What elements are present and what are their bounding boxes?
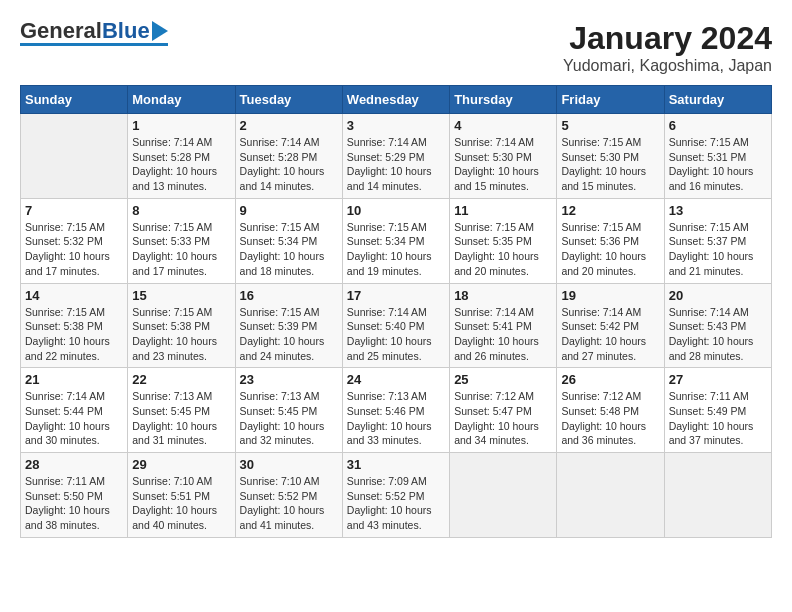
calendar-cell: 19Sunrise: 7:14 AMSunset: 5:42 PMDayligh… <box>557 283 664 368</box>
calendar-cell: 17Sunrise: 7:14 AMSunset: 5:40 PMDayligh… <box>342 283 449 368</box>
calendar-cell: 7Sunrise: 7:15 AMSunset: 5:32 PMDaylight… <box>21 198 128 283</box>
day-number: 8 <box>132 203 230 218</box>
calendar-cell: 15Sunrise: 7:15 AMSunset: 5:38 PMDayligh… <box>128 283 235 368</box>
day-number: 14 <box>25 288 123 303</box>
calendar-body: 1Sunrise: 7:14 AMSunset: 5:28 PMDaylight… <box>21 114 772 538</box>
day-info: Sunrise: 7:10 AMSunset: 5:51 PMDaylight:… <box>132 474 230 533</box>
day-info: Sunrise: 7:15 AMSunset: 5:36 PMDaylight:… <box>561 220 659 279</box>
day-info: Sunrise: 7:14 AMSunset: 5:41 PMDaylight:… <box>454 305 552 364</box>
day-number: 22 <box>132 372 230 387</box>
calendar-cell: 4Sunrise: 7:14 AMSunset: 5:30 PMDaylight… <box>450 114 557 199</box>
day-info: Sunrise: 7:15 AMSunset: 5:32 PMDaylight:… <box>25 220 123 279</box>
calendar-week-row: 14Sunrise: 7:15 AMSunset: 5:38 PMDayligh… <box>21 283 772 368</box>
day-info: Sunrise: 7:14 AMSunset: 5:28 PMDaylight:… <box>240 135 338 194</box>
calendar-cell: 1Sunrise: 7:14 AMSunset: 5:28 PMDaylight… <box>128 114 235 199</box>
weekday-header-saturday: Saturday <box>664 86 771 114</box>
day-number: 25 <box>454 372 552 387</box>
weekday-header-tuesday: Tuesday <box>235 86 342 114</box>
calendar-cell <box>450 453 557 538</box>
day-number: 1 <box>132 118 230 133</box>
day-number: 9 <box>240 203 338 218</box>
logo-arrow-icon <box>152 21 168 41</box>
day-info: Sunrise: 7:15 AMSunset: 5:33 PMDaylight:… <box>132 220 230 279</box>
day-number: 24 <box>347 372 445 387</box>
calendar-cell: 22Sunrise: 7:13 AMSunset: 5:45 PMDayligh… <box>128 368 235 453</box>
calendar-title: January 2024 <box>563 20 772 57</box>
day-info: Sunrise: 7:13 AMSunset: 5:46 PMDaylight:… <box>347 389 445 448</box>
calendar-cell: 10Sunrise: 7:15 AMSunset: 5:34 PMDayligh… <box>342 198 449 283</box>
day-info: Sunrise: 7:15 AMSunset: 5:31 PMDaylight:… <box>669 135 767 194</box>
calendar-cell: 20Sunrise: 7:14 AMSunset: 5:43 PMDayligh… <box>664 283 771 368</box>
day-number: 20 <box>669 288 767 303</box>
weekday-header-monday: Monday <box>128 86 235 114</box>
day-info: Sunrise: 7:13 AMSunset: 5:45 PMDaylight:… <box>240 389 338 448</box>
day-info: Sunrise: 7:15 AMSunset: 5:39 PMDaylight:… <box>240 305 338 364</box>
day-info: Sunrise: 7:13 AMSunset: 5:45 PMDaylight:… <box>132 389 230 448</box>
calendar-cell: 11Sunrise: 7:15 AMSunset: 5:35 PMDayligh… <box>450 198 557 283</box>
day-number: 26 <box>561 372 659 387</box>
logo-underline <box>20 43 168 46</box>
calendar-cell <box>21 114 128 199</box>
day-info: Sunrise: 7:14 AMSunset: 5:29 PMDaylight:… <box>347 135 445 194</box>
day-info: Sunrise: 7:09 AMSunset: 5:52 PMDaylight:… <box>347 474 445 533</box>
calendar-cell: 18Sunrise: 7:14 AMSunset: 5:41 PMDayligh… <box>450 283 557 368</box>
day-number: 31 <box>347 457 445 472</box>
day-info: Sunrise: 7:10 AMSunset: 5:52 PMDaylight:… <box>240 474 338 533</box>
calendar-cell: 30Sunrise: 7:10 AMSunset: 5:52 PMDayligh… <box>235 453 342 538</box>
calendar-cell: 26Sunrise: 7:12 AMSunset: 5:48 PMDayligh… <box>557 368 664 453</box>
day-number: 18 <box>454 288 552 303</box>
day-number: 11 <box>454 203 552 218</box>
day-info: Sunrise: 7:15 AMSunset: 5:34 PMDaylight:… <box>240 220 338 279</box>
calendar-cell: 2Sunrise: 7:14 AMSunset: 5:28 PMDaylight… <box>235 114 342 199</box>
calendar-cell: 14Sunrise: 7:15 AMSunset: 5:38 PMDayligh… <box>21 283 128 368</box>
day-number: 3 <box>347 118 445 133</box>
calendar-week-row: 7Sunrise: 7:15 AMSunset: 5:32 PMDaylight… <box>21 198 772 283</box>
day-info: Sunrise: 7:15 AMSunset: 5:38 PMDaylight:… <box>132 305 230 364</box>
day-info: Sunrise: 7:15 AMSunset: 5:38 PMDaylight:… <box>25 305 123 364</box>
calendar-subtitle: Yudomari, Kagoshima, Japan <box>563 57 772 75</box>
day-number: 10 <box>347 203 445 218</box>
calendar-cell: 24Sunrise: 7:13 AMSunset: 5:46 PMDayligh… <box>342 368 449 453</box>
day-number: 21 <box>25 372 123 387</box>
page-header: GeneralBlue January 2024 Yudomari, Kagos… <box>20 20 772 75</box>
calendar-header: SundayMondayTuesdayWednesdayThursdayFrid… <box>21 86 772 114</box>
day-number: 28 <box>25 457 123 472</box>
day-info: Sunrise: 7:11 AMSunset: 5:49 PMDaylight:… <box>669 389 767 448</box>
day-info: Sunrise: 7:15 AMSunset: 5:34 PMDaylight:… <box>347 220 445 279</box>
calendar-cell: 6Sunrise: 7:15 AMSunset: 5:31 PMDaylight… <box>664 114 771 199</box>
calendar-cell: 25Sunrise: 7:12 AMSunset: 5:47 PMDayligh… <box>450 368 557 453</box>
calendar-cell: 3Sunrise: 7:14 AMSunset: 5:29 PMDaylight… <box>342 114 449 199</box>
weekday-header-wednesday: Wednesday <box>342 86 449 114</box>
logo-text: GeneralBlue <box>20 20 150 42</box>
day-number: 29 <box>132 457 230 472</box>
logo: GeneralBlue <box>20 20 168 46</box>
logo-blue: Blue <box>102 18 150 43</box>
calendar-cell: 16Sunrise: 7:15 AMSunset: 5:39 PMDayligh… <box>235 283 342 368</box>
day-number: 15 <box>132 288 230 303</box>
day-info: Sunrise: 7:14 AMSunset: 5:28 PMDaylight:… <box>132 135 230 194</box>
calendar-cell: 29Sunrise: 7:10 AMSunset: 5:51 PMDayligh… <box>128 453 235 538</box>
day-info: Sunrise: 7:14 AMSunset: 5:44 PMDaylight:… <box>25 389 123 448</box>
day-number: 7 <box>25 203 123 218</box>
logo-general: General <box>20 18 102 43</box>
calendar-cell: 12Sunrise: 7:15 AMSunset: 5:36 PMDayligh… <box>557 198 664 283</box>
day-number: 16 <box>240 288 338 303</box>
calendar-cell: 27Sunrise: 7:11 AMSunset: 5:49 PMDayligh… <box>664 368 771 453</box>
day-info: Sunrise: 7:14 AMSunset: 5:40 PMDaylight:… <box>347 305 445 364</box>
title-block: January 2024 Yudomari, Kagoshima, Japan <box>563 20 772 75</box>
day-number: 5 <box>561 118 659 133</box>
day-info: Sunrise: 7:12 AMSunset: 5:47 PMDaylight:… <box>454 389 552 448</box>
calendar-cell: 5Sunrise: 7:15 AMSunset: 5:30 PMDaylight… <box>557 114 664 199</box>
calendar-week-row: 28Sunrise: 7:11 AMSunset: 5:50 PMDayligh… <box>21 453 772 538</box>
day-number: 6 <box>669 118 767 133</box>
day-number: 2 <box>240 118 338 133</box>
calendar-table: SundayMondayTuesdayWednesdayThursdayFrid… <box>20 85 772 538</box>
weekday-header-sunday: Sunday <box>21 86 128 114</box>
day-number: 4 <box>454 118 552 133</box>
day-number: 13 <box>669 203 767 218</box>
day-info: Sunrise: 7:15 AMSunset: 5:35 PMDaylight:… <box>454 220 552 279</box>
day-info: Sunrise: 7:14 AMSunset: 5:42 PMDaylight:… <box>561 305 659 364</box>
day-number: 12 <box>561 203 659 218</box>
day-number: 23 <box>240 372 338 387</box>
day-info: Sunrise: 7:15 AMSunset: 5:37 PMDaylight:… <box>669 220 767 279</box>
